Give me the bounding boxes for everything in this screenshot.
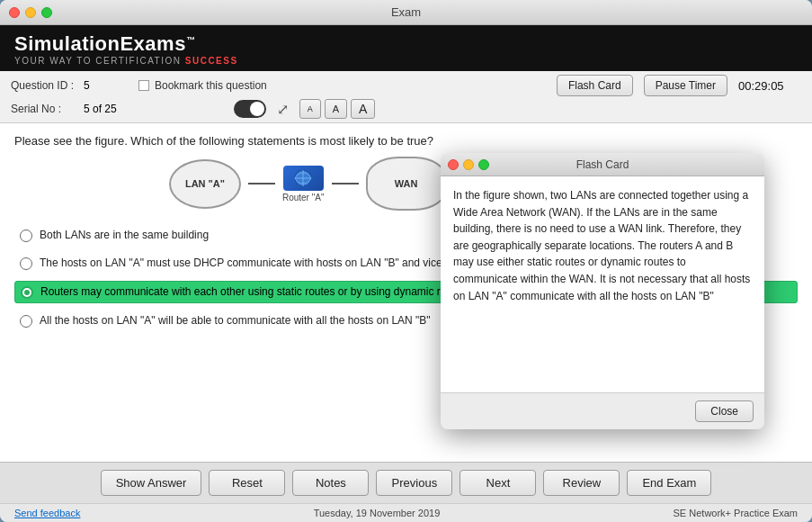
flashcard-footer: Close (441, 392, 764, 429)
brand-tagline: YOUR WAY TO CERTIFICATION SUCCESS (14, 56, 798, 66)
window-title: Exam (391, 5, 421, 19)
next-button[interactable]: Next (460, 470, 536, 496)
minimize-traffic-light[interactable] (25, 7, 36, 18)
footer-exam: SE Network+ Practice Exam (674, 508, 798, 518)
radio-2[interactable] (20, 257, 32, 270)
serial-no-value: 5 of 25 (84, 103, 117, 115)
router-a-label: Router "A" (282, 193, 325, 202)
main-window: Exam SimulationExams™ YOUR WAY TO CERTIF… (0, 0, 812, 522)
question-id-row: Question ID : 5 (11, 79, 119, 92)
lan-a-cloud: LAN "A" (169, 159, 241, 209)
notes-button[interactable]: Notes (292, 470, 369, 496)
flashcard-button[interactable]: Flash Card (557, 75, 633, 96)
question-id-value: 5 (84, 79, 90, 92)
question-text: Please see the figure. Which of the foll… (14, 134, 798, 148)
font-medium-button[interactable]: A (325, 99, 347, 119)
font-small-button[interactable]: A (299, 99, 321, 119)
question-info: Question ID : 5 (11, 79, 119, 92)
fc-close-light[interactable] (448, 159, 459, 170)
close-traffic-light[interactable] (9, 7, 20, 18)
traffic-lights (9, 7, 52, 18)
fc-maximize-light[interactable] (478, 159, 489, 170)
brand-header: SimulationExams™ YOUR WAY TO CERTIFICATI… (0, 25, 812, 71)
flashcard-window: Flash Card In the figure shown, two LANs… (441, 153, 764, 429)
previous-button[interactable]: Previous (376, 470, 452, 496)
serial-no-label: Serial No : (11, 103, 78, 115)
bottom-bar: Show Answer Reset Notes Previous Next Re… (0, 462, 812, 503)
connector-line-2 (332, 183, 359, 184)
bookmark-area[interactable]: Bookmark this question (138, 79, 267, 92)
titlebar: Exam (0, 0, 812, 25)
maximize-traffic-light[interactable] (41, 7, 52, 18)
serial-no-row: Serial No : 5 of 25 (11, 103, 117, 115)
font-large-button[interactable]: A (351, 99, 375, 119)
footer-date: Tuesday, 19 November 2019 (314, 508, 441, 518)
footer-bar: Send feedback Tuesday, 19 November 2019 … (0, 503, 812, 522)
fc-traffic-lights (448, 159, 489, 170)
show-answer-button[interactable]: Show Answer (101, 470, 202, 496)
feedback-link[interactable]: Send feedback (14, 508, 80, 518)
wan-cloud: WAN (366, 157, 447, 211)
expand-icon[interactable]: ⤢ (277, 101, 289, 118)
connector-line-1 (248, 183, 275, 184)
reset-button[interactable]: Reset (209, 470, 285, 496)
router-a-icon (283, 166, 324, 191)
dark-mode-toggle[interactable] (234, 100, 266, 118)
radio-4[interactable] (20, 315, 32, 328)
review-button[interactable]: Review (543, 470, 620, 496)
bookmark-label: Bookmark this question (155, 79, 267, 92)
info-bar: Question ID : 5 Bookmark this question F… (0, 71, 812, 101)
bookmark-checkbox[interactable] (138, 80, 149, 91)
flashcard-body: In the figure shown, two LANs are connec… (441, 176, 764, 392)
flashcard-close-button[interactable]: Close (695, 400, 754, 422)
brand-name: SimulationExams™ (14, 32, 798, 56)
timer-display: 00:29:05 (738, 79, 801, 93)
fc-minimize-light[interactable] (463, 159, 474, 170)
router-a: Router "A" (282, 166, 325, 202)
flashcard-titlebar: Flash Card (441, 153, 764, 176)
radio-3[interactable] (21, 286, 33, 299)
question-id-label: Question ID : (11, 79, 78, 92)
flashcard-title: Flash Card (576, 158, 629, 171)
end-exam-button[interactable]: End Exam (627, 470, 711, 496)
info-bar2: Serial No : 5 of 25 ⤢ A A A (0, 99, 812, 123)
radio-1[interactable] (20, 230, 32, 242)
pause-timer-button[interactable]: Pause Timer (644, 75, 727, 96)
font-size-controls: A A A (299, 99, 376, 119)
